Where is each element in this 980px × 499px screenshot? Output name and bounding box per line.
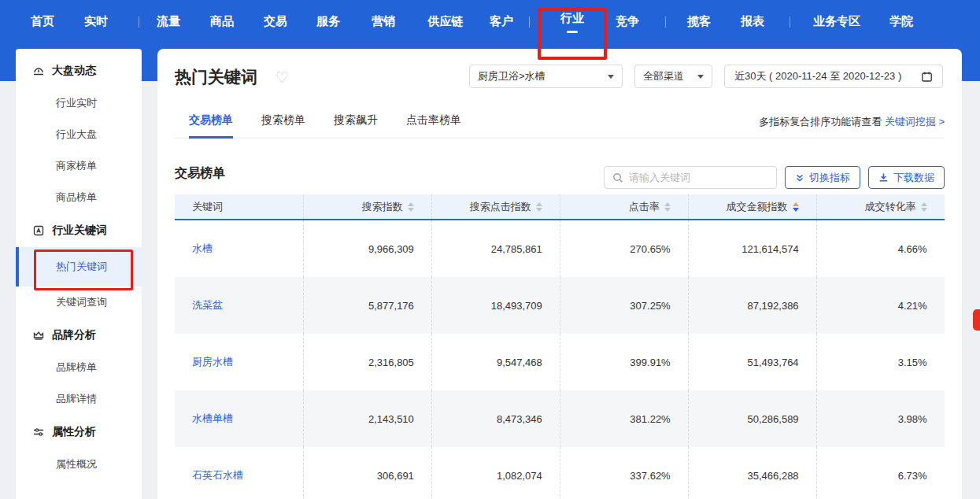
sidebar-item-brand-ranking[interactable]: 品牌榜单: [16, 352, 142, 383]
dashboard-icon: [32, 65, 45, 77]
sidebar-section-market-overview[interactable]: 大盘动态: [16, 54, 142, 87]
table-row: 厨房水槽 2,316,805 9,547,468 399.91% 51,493,…: [175, 334, 945, 390]
nav-item-academy[interactable]: 学院: [889, 0, 913, 43]
main-panel: 热门关键词 ♡ 厨房卫浴>水槽 全部渠道 近30天 ( 2020-11-24 至…: [157, 49, 962, 499]
top-navigation: 首页 实时 流量 商品 交易 服务 营销 供应链 客户 行业 竞争 揽客 报表 …: [0, 0, 980, 43]
app-window: 首页 实时 流量 商品 交易 服务 营销 供应链 客户 行业 竞争 揽客 报表 …: [0, 0, 980, 499]
search-click-index-value: 8,473,346: [431, 390, 560, 447]
ranking-tabs: 交易榜单 搜索榜单 搜索飙升 点击率榜单 多指标复合排序功能请查看 关键词挖掘 …: [175, 113, 945, 139]
column-header-gmv-index[interactable]: 成交金额指数: [688, 194, 816, 219]
search-input[interactable]: [629, 172, 768, 183]
click-rate-value: 381.22%: [560, 390, 688, 447]
keyword-link[interactable]: 水槽单槽: [192, 412, 233, 426]
red-floating-tab[interactable]: [973, 309, 980, 331]
chevron-down-icon: [697, 75, 704, 79]
click-rate-value: 270.65%: [560, 220, 688, 277]
nav-divider: [790, 17, 790, 28]
gmv-index-value: 87,192,386: [688, 277, 816, 334]
sidebar-section-industry-keywords[interactable]: 行业关键词: [16, 213, 142, 247]
click-rate-value: 307.25%: [560, 277, 688, 334]
column-header-search-click-index[interactable]: 搜索点击指数: [431, 194, 560, 219]
sliders-icon: [32, 426, 45, 438]
date-range-picker[interactable]: 近30天 ( 2020-11-24 至 2020-12-23 ): [724, 65, 943, 88]
table-row: 水槽 9,966,309 24,785,861 270.65% 121,614,…: [175, 220, 945, 277]
sidebar-item-attribute-overview[interactable]: 属性概况: [16, 449, 142, 480]
sort-icon[interactable]: [536, 202, 542, 212]
gmv-index-value: 35,466,288: [688, 447, 816, 499]
keyword-search-box[interactable]: [604, 166, 777, 189]
sidebar-item-brand-details[interactable]: 品牌详情: [16, 383, 142, 415]
search-index-value: 9,966,309: [303, 220, 431, 277]
page-header: 热门关键词 ♡ 厨房卫浴>水槽 全部渠道 近30天 ( 2020-11-24 至…: [175, 49, 945, 105]
multi-sort-hint: 多指标复合排序功能请查看 关键词挖掘 >: [759, 115, 945, 129]
category-select[interactable]: 厨房卫浴>水槽: [469, 65, 623, 88]
download-data-button[interactable]: 下载数据: [868, 166, 945, 189]
nav-item-service[interactable]: 服务: [316, 0, 340, 43]
nav-item-realtime[interactable]: 实时: [84, 0, 108, 43]
nav-item-reports[interactable]: 报表: [741, 0, 764, 43]
sidebar-item-industry-overview[interactable]: 行业大盘: [16, 119, 142, 150]
keyword-link[interactable]: 厨房水槽: [192, 355, 233, 369]
nav-item-supply-chain[interactable]: 供应链: [428, 0, 464, 43]
sidebar-section-attribute-analysis[interactable]: 属性分析: [16, 415, 142, 449]
tab-search-surge[interactable]: 搜索飙升: [334, 113, 378, 138]
conversion-rate-value: 4.21%: [816, 277, 945, 334]
table-header-row: 关键词 搜索指数 搜索点击指数 点击率 成交金额指数: [175, 194, 945, 220]
table-row: 石英石水槽 306,691 1,082,074 337.62% 35,466,2…: [175, 447, 945, 499]
column-header-conversion-rate[interactable]: 成交转化率: [816, 194, 945, 219]
column-header-search-index[interactable]: 搜索指数: [303, 194, 431, 219]
sort-icon[interactable]: [664, 202, 671, 212]
search-click-index-value: 1,082,074: [431, 447, 560, 499]
sort-icon[interactable]: [408, 202, 414, 212]
nav-item-traffic[interactable]: 流量: [157, 0, 180, 43]
search-click-index-value: 18,493,709: [431, 277, 560, 334]
nav-item-home[interactable]: 首页: [31, 0, 54, 43]
nav-item-competition[interactable]: 竞争: [616, 0, 639, 43]
keyword-link[interactable]: 洗菜盆: [192, 298, 223, 312]
conversion-rate-value: 3.98%: [816, 390, 945, 447]
keyword-mining-link[interactable]: 关键词挖掘 >: [885, 116, 945, 128]
nav-item-marketing[interactable]: 营销: [372, 0, 395, 43]
nav-active-indicator: [567, 31, 578, 33]
search-click-index-value: 24,785,861: [431, 220, 560, 277]
nav-item-trade[interactable]: 交易: [264, 0, 287, 43]
sidebar-item-product-ranking[interactable]: 商品榜单: [16, 182, 142, 213]
conversion-rate-value: 6.73%: [816, 447, 945, 499]
nav-item-products[interactable]: 商品: [210, 0, 234, 43]
channel-select[interactable]: 全部渠道: [634, 65, 712, 88]
tab-trade-ranking[interactable]: 交易榜单: [189, 113, 233, 139]
sidebar-item-industry-realtime[interactable]: 行业实时: [16, 87, 142, 119]
nav-divider: [529, 17, 530, 28]
column-header-keyword: 关键词: [175, 194, 303, 219]
sidebar-section-brand-analysis[interactable]: 品牌分析: [16, 318, 142, 352]
sidebar-item-merchant-ranking[interactable]: 商家榜单: [16, 150, 142, 182]
nav-divider: [139, 17, 139, 28]
page-title: 热门关键词: [175, 66, 257, 88]
nav-item-industry[interactable]: 行业: [560, 0, 584, 43]
gmv-index-value: 50,286,589: [688, 390, 816, 447]
crown-icon: [32, 329, 45, 342]
click-rate-value: 337.62%: [560, 447, 688, 499]
gmv-index-value: 121,614,574: [688, 220, 816, 277]
favorite-heart-icon[interactable]: ♡: [276, 68, 289, 87]
keyword-link[interactable]: 石英石水槽: [192, 468, 243, 482]
nav-item-business-zone[interactable]: 业务专区: [813, 0, 860, 43]
calendar-icon: [921, 71, 933, 83]
search-click-index-value: 9,547,468: [431, 334, 560, 390]
search-icon: [612, 172, 623, 183]
sort-icon-active-desc[interactable]: [793, 202, 799, 212]
conversion-rate-value: 4.66%: [816, 220, 945, 277]
nav-divider: [665, 17, 666, 28]
column-header-click-rate[interactable]: 点击率: [560, 194, 688, 219]
sort-icon[interactable]: [921, 202, 927, 212]
gmv-index-value: 51,493,764: [688, 334, 816, 390]
tab-search-ranking[interactable]: 搜索榜单: [261, 113, 305, 138]
keyword-link[interactable]: 水槽: [192, 242, 213, 256]
keyword-icon: [32, 224, 45, 237]
switch-metrics-button[interactable]: 切换指标: [785, 166, 860, 189]
sidebar-item-hot-keywords[interactable]: 热门关键词: [16, 247, 142, 286]
sidebar-item-keyword-query[interactable]: 关键词查询: [16, 286, 142, 318]
tab-click-rate-ranking[interactable]: 点击率榜单: [406, 113, 461, 138]
nav-item-acquisition[interactable]: 揽客: [687, 0, 711, 43]
nav-item-customers[interactable]: 客户: [490, 0, 513, 43]
